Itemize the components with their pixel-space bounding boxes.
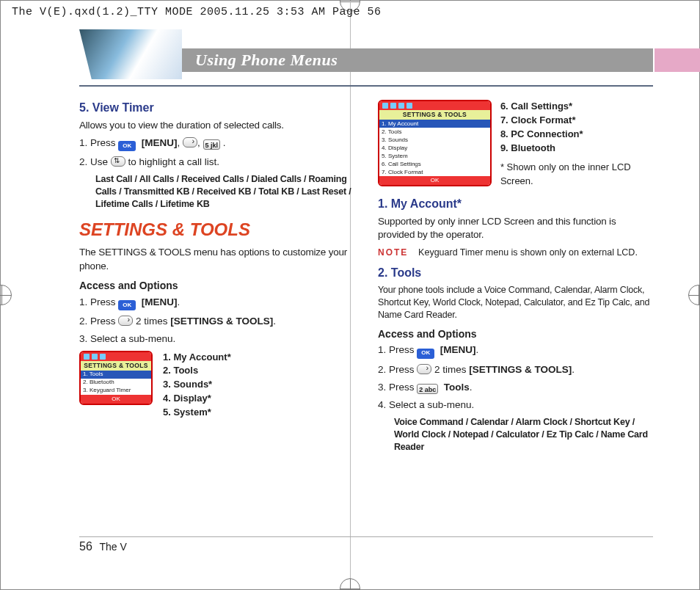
t-step-2: 2. Press 2 times [SETTINGS & TOOLS]. <box>378 363 653 376</box>
st-step-2: 2. Press 2 times [SETTINGS & TOOLS]. <box>79 315 354 328</box>
menu-label: [MENU] <box>142 137 178 148</box>
list-item: 2. Tools <box>163 365 198 376</box>
screen-item: 1. Tools <box>81 371 151 379</box>
submenu-panel-left: SETTINGS & TOOLS 1. Tools 2. Bluetooth 3… <box>79 351 354 420</box>
text: . <box>572 364 575 375</box>
phone-screen-small: SETTINGS & TOOLS 1. Tools 2. Bluetooth 3… <box>79 351 153 405</box>
screen-item: 2. Tools <box>379 128 490 136</box>
ok-icon: OK <box>118 141 136 151</box>
tools-sublist: Voice Command / Calendar / Alarm Clock /… <box>378 416 653 454</box>
header-title: Using Phone Menus <box>182 48 653 72</box>
vt-step-2: 2. Use to highlight a call list. <box>79 156 354 169</box>
screen-item: 7. Clock Format <box>379 168 490 176</box>
header-rule <box>79 85 653 87</box>
text: 1. Press <box>378 344 417 355</box>
page-number: 56 <box>79 540 92 553</box>
t-step-3: 3. Press 2 abc Tools. <box>378 381 653 394</box>
heading-settings-tools: SETTINGS & TOOLS <box>79 218 354 241</box>
nav-right-icon <box>118 316 133 326</box>
settings-intro: The SETTINGS & TOOLS menu has options to… <box>79 246 354 272</box>
footer-title: The V <box>99 541 126 553</box>
heading-view-timer: 5. View Timer <box>79 100 354 116</box>
nav-updown-icon <box>111 156 125 167</box>
text: 1. Press <box>79 137 118 148</box>
screen-item: 1. My Account <box>379 120 490 128</box>
text: 2. Press <box>79 316 118 327</box>
heading-tools: 2. Tools <box>378 265 653 281</box>
settings-label: [SETTINGS & TOOLS] <box>170 316 273 327</box>
tools-label: Tools <box>444 382 470 393</box>
t-step-1: 1. Press OK [MENU]. <box>378 343 653 358</box>
list-item: 7. Clock Format* <box>500 114 576 125</box>
text: 2. Use <box>79 156 111 167</box>
heading-my-account: 1. My Account* <box>378 196 653 212</box>
header-banner: Using Phone Menus <box>0 43 700 82</box>
list-item: 4. Display* <box>163 393 211 404</box>
nav-right-icon <box>417 364 431 374</box>
page-footer: 56 The V <box>79 540 127 553</box>
text: . <box>470 382 473 393</box>
note-text: Keyguard Timer menu is shown only on ext… <box>418 247 638 258</box>
text: 2. Press <box>378 364 417 375</box>
list-item: 6. Call Settings* <box>500 101 572 112</box>
list-item: 3. Sounds* <box>163 379 212 390</box>
ok-icon: OK <box>118 300 136 310</box>
status-bar <box>81 352 151 361</box>
screen-item: 4. Display <box>379 144 490 152</box>
screen-item: 6. Call Settings <box>379 160 490 168</box>
right-column: SETTINGS & TOOLS 1. My Account 2. Tools … <box>378 100 653 546</box>
menu-label: [MENU] <box>142 296 178 307</box>
screen-item: 3. Keyguard Timer <box>81 387 151 395</box>
text: 1. Press <box>79 296 118 307</box>
settings-label: [SETTINGS & TOOLS] <box>469 364 572 375</box>
view-timer-desc: Allows you to view the duration of selec… <box>79 119 354 132</box>
t-step-4: 4. Select a sub-menu. <box>378 398 653 412</box>
status-bar <box>379 101 490 110</box>
footer-rule <box>79 536 653 537</box>
vt-step-1: 1. Press OK [MENU], , 5 jkl . <box>79 136 354 151</box>
note-line: NOTE Keyguard Timer menu is shown only o… <box>378 246 653 259</box>
screen-title: SETTINGS & TOOLS <box>379 110 490 120</box>
text: , <box>197 137 203 148</box>
footnote: * Shown only on the inner LCD Screen. <box>500 161 653 189</box>
screen-item: 3. Sounds <box>379 136 490 144</box>
text: . <box>178 296 181 307</box>
screen-softkey: OK <box>379 176 490 185</box>
list-item: 8. PC Connection* <box>500 128 583 139</box>
text: 2 times <box>136 316 170 327</box>
ok-icon: OK <box>417 349 434 359</box>
text: 2 times <box>434 364 469 375</box>
text: , <box>178 137 183 148</box>
text: . <box>220 137 226 148</box>
list-item: 5. System* <box>163 407 211 418</box>
screen-title: SETTINGS & TOOLS <box>81 361 151 371</box>
list-item: 9. Bluetooth <box>500 142 555 153</box>
heading-access-left: Access and Options <box>79 279 354 293</box>
st-step-3: 3. Select a sub-menu. <box>79 332 354 346</box>
screen-softkey: OK <box>81 395 151 404</box>
key-2-icon: 2 abc <box>417 384 438 394</box>
header-photo <box>79 29 182 79</box>
tools-desc: Your phone tools include a Voice Command… <box>378 284 653 321</box>
text: . <box>476 344 479 355</box>
vt-call-list: Last Call / All Calls / Received Calls /… <box>79 173 354 211</box>
menu-list-6-9: 6. Call Settings* 7. Clock Format* 8. PC… <box>500 100 653 189</box>
nav-right-icon <box>183 137 197 148</box>
menu-label: [MENU] <box>440 344 476 355</box>
page-body: 5. View Timer Allows you to view the dur… <box>79 100 653 546</box>
note-label: NOTE <box>378 247 408 258</box>
list-item: 1. My Account* <box>163 352 231 363</box>
screen-item: 2. Bluetooth <box>81 379 151 387</box>
heading-access-right: Access and Options <box>378 327 653 341</box>
key-5-icon: 5 jkl <box>203 139 221 150</box>
st-step-1: 1. Press OK [MENU]. <box>79 296 354 310</box>
text: 3. Press <box>378 382 417 393</box>
menu-list-1-5: 1. My Account* 2. Tools 3. Sounds* 4. Di… <box>163 351 231 420</box>
screen-item: 5. System <box>379 152 490 160</box>
left-column: 5. View Timer Allows you to view the dur… <box>79 100 354 546</box>
text: . <box>273 316 276 327</box>
my-account-desc: Supported by only inner LCD Screen and t… <box>378 215 653 241</box>
text: to highlight a call list. <box>128 156 220 167</box>
tty-header: The V(E).qxd(1.2)_TTY MODE 2005.11.25 3:… <box>12 6 382 18</box>
phone-screen-large: SETTINGS & TOOLS 1. My Account 2. Tools … <box>378 100 492 186</box>
